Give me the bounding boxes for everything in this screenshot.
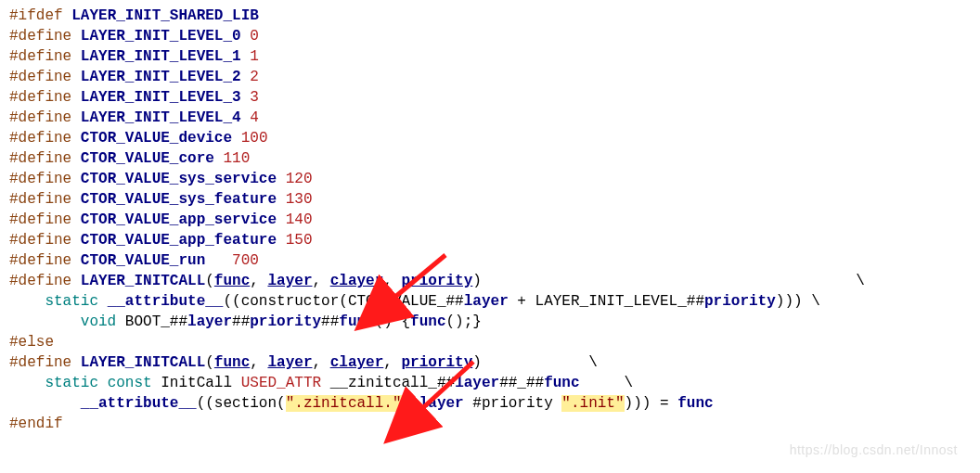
line: void BOOT_##layer##priority##func() {fun… bbox=[9, 313, 482, 330]
code-block: #ifdef LAYER_INIT_SHARED_LIB #define LAY… bbox=[0, 0, 980, 466]
line: #define LAYER_INITCALL(func, layer, clay… bbox=[9, 354, 598, 371]
line: #endif bbox=[9, 415, 63, 432]
line: #define LAYER_INIT_LEVEL_3 3 bbox=[9, 89, 259, 106]
line: #define CTOR_VALUE_app_feature 150 bbox=[9, 232, 312, 249]
line: #define CTOR_VALUE_device 100 bbox=[9, 130, 267, 147]
highlight-init: ".init" bbox=[561, 395, 624, 412]
line: #define LAYER_INIT_LEVEL_2 2 bbox=[9, 69, 259, 85]
pp-else: #else bbox=[9, 334, 54, 351]
line: #define CTOR_VALUE_app_service 140 bbox=[9, 211, 312, 228]
line: #define CTOR_VALUE_sys_service 120 bbox=[9, 171, 312, 187]
line: #ifdef LAYER_INIT_SHARED_LIB bbox=[9, 7, 259, 24]
line: static __attribute__((constructor(CTOR_V… bbox=[9, 293, 820, 310]
line: #else bbox=[9, 334, 54, 351]
line: #define LAYER_INITCALL(func, layer, clay… bbox=[9, 273, 865, 289]
highlight-zinitcall: ".zinitcall." bbox=[286, 395, 402, 412]
pp-endif: #endif bbox=[9, 415, 63, 432]
line: #define LAYER_INIT_LEVEL_0 0 bbox=[9, 28, 259, 45]
line: #define CTOR_VALUE_run 700 bbox=[9, 252, 259, 269]
line: static const InitCall USED_ATTR __zinitc… bbox=[9, 375, 633, 391]
pp-ifdef: #ifdef bbox=[9, 7, 63, 24]
watermark: https://blog.csdn.net/Innost bbox=[790, 440, 958, 460]
line: #define CTOR_VALUE_sys_feature 130 bbox=[9, 191, 312, 208]
line: #define CTOR_VALUE_core 110 bbox=[9, 150, 250, 167]
line: __attribute__((section(".zinitcall." cla… bbox=[9, 395, 714, 412]
line: #define LAYER_INIT_LEVEL_4 4 bbox=[9, 109, 259, 126]
line: #define LAYER_INIT_LEVEL_1 1 bbox=[9, 48, 259, 65]
